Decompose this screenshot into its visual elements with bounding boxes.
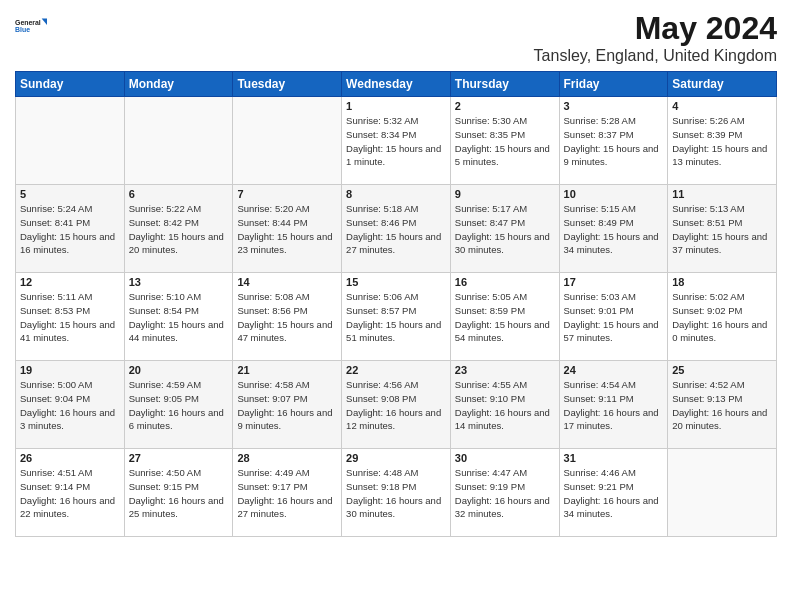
day-number: 7 — [237, 188, 337, 200]
day-number: 14 — [237, 276, 337, 288]
day-detail: Sunrise: 4:51 AMSunset: 9:14 PMDaylight:… — [20, 466, 120, 521]
calendar-day-cell: 29 Sunrise: 4:48 AMSunset: 9:18 PMDaylig… — [342, 449, 451, 537]
calendar-header-cell: Thursday — [450, 72, 559, 97]
calendar-day-cell: 10 Sunrise: 5:15 AMSunset: 8:49 PMDaylig… — [559, 185, 668, 273]
calendar-day-cell: 26 Sunrise: 4:51 AMSunset: 9:14 PMDaylig… — [16, 449, 125, 537]
calendar-day-cell: 27 Sunrise: 4:50 AMSunset: 9:15 PMDaylig… — [124, 449, 233, 537]
day-number: 20 — [129, 364, 229, 376]
day-number: 2 — [455, 100, 555, 112]
calendar-day-cell: 31 Sunrise: 4:46 AMSunset: 9:21 PMDaylig… — [559, 449, 668, 537]
calendar-body: 1 Sunrise: 5:32 AMSunset: 8:34 PMDayligh… — [16, 97, 777, 537]
calendar-header-cell: Friday — [559, 72, 668, 97]
day-number: 28 — [237, 452, 337, 464]
calendar-day-cell: 12 Sunrise: 5:11 AMSunset: 8:53 PMDaylig… — [16, 273, 125, 361]
svg-text:Blue: Blue — [15, 26, 30, 33]
day-number: 15 — [346, 276, 446, 288]
day-detail: Sunrise: 5:05 AMSunset: 8:59 PMDaylight:… — [455, 290, 555, 345]
calendar-day-cell: 16 Sunrise: 5:05 AMSunset: 8:59 PMDaylig… — [450, 273, 559, 361]
day-number: 10 — [564, 188, 664, 200]
calendar-header-cell: Wednesday — [342, 72, 451, 97]
calendar-day-cell: 30 Sunrise: 4:47 AMSunset: 9:19 PMDaylig… — [450, 449, 559, 537]
calendar-day-cell: 6 Sunrise: 5:22 AMSunset: 8:42 PMDayligh… — [124, 185, 233, 273]
calendar-day-cell: 24 Sunrise: 4:54 AMSunset: 9:11 PMDaylig… — [559, 361, 668, 449]
title-area: May 2024 Tansley, England, United Kingdo… — [534, 10, 777, 65]
calendar-week-row: 5 Sunrise: 5:24 AMSunset: 8:41 PMDayligh… — [16, 185, 777, 273]
day-number: 9 — [455, 188, 555, 200]
day-detail: Sunrise: 5:11 AMSunset: 8:53 PMDaylight:… — [20, 290, 120, 345]
day-number: 17 — [564, 276, 664, 288]
calendar-day-cell — [124, 97, 233, 185]
day-detail: Sunrise: 5:18 AMSunset: 8:46 PMDaylight:… — [346, 202, 446, 257]
calendar-day-cell: 14 Sunrise: 5:08 AMSunset: 8:56 PMDaylig… — [233, 273, 342, 361]
day-number: 23 — [455, 364, 555, 376]
svg-text:General: General — [15, 19, 41, 26]
calendar-day-cell: 18 Sunrise: 5:02 AMSunset: 9:02 PMDaylig… — [668, 273, 777, 361]
day-detail: Sunrise: 4:48 AMSunset: 9:18 PMDaylight:… — [346, 466, 446, 521]
calendar-header-cell: Sunday — [16, 72, 125, 97]
header: General Blue May 2024 Tansley, England, … — [15, 10, 777, 65]
day-detail: Sunrise: 5:20 AMSunset: 8:44 PMDaylight:… — [237, 202, 337, 257]
calendar-day-cell: 13 Sunrise: 5:10 AMSunset: 8:54 PMDaylig… — [124, 273, 233, 361]
day-number: 13 — [129, 276, 229, 288]
calendar-header-cell: Monday — [124, 72, 233, 97]
calendar-day-cell: 4 Sunrise: 5:26 AMSunset: 8:39 PMDayligh… — [668, 97, 777, 185]
calendar-day-cell: 8 Sunrise: 5:18 AMSunset: 8:46 PMDayligh… — [342, 185, 451, 273]
calendar-day-cell: 2 Sunrise: 5:30 AMSunset: 8:35 PMDayligh… — [450, 97, 559, 185]
day-number: 18 — [672, 276, 772, 288]
calendar-week-row: 26 Sunrise: 4:51 AMSunset: 9:14 PMDaylig… — [16, 449, 777, 537]
calendar-day-cell: 7 Sunrise: 5:20 AMSunset: 8:44 PMDayligh… — [233, 185, 342, 273]
calendar-day-cell — [668, 449, 777, 537]
day-number: 16 — [455, 276, 555, 288]
day-number: 6 — [129, 188, 229, 200]
calendar-header-cell: Saturday — [668, 72, 777, 97]
day-number: 12 — [20, 276, 120, 288]
calendar-day-cell: 15 Sunrise: 5:06 AMSunset: 8:57 PMDaylig… — [342, 273, 451, 361]
calendar-day-cell: 21 Sunrise: 4:58 AMSunset: 9:07 PMDaylig… — [233, 361, 342, 449]
day-detail: Sunrise: 4:56 AMSunset: 9:08 PMDaylight:… — [346, 378, 446, 433]
day-detail: Sunrise: 4:49 AMSunset: 9:17 PMDaylight:… — [237, 466, 337, 521]
calendar-day-cell: 23 Sunrise: 4:55 AMSunset: 9:10 PMDaylig… — [450, 361, 559, 449]
calendar-day-cell: 25 Sunrise: 4:52 AMSunset: 9:13 PMDaylig… — [668, 361, 777, 449]
day-detail: Sunrise: 4:47 AMSunset: 9:19 PMDaylight:… — [455, 466, 555, 521]
day-number: 1 — [346, 100, 446, 112]
calendar-day-cell: 11 Sunrise: 5:13 AMSunset: 8:51 PMDaylig… — [668, 185, 777, 273]
day-number: 22 — [346, 364, 446, 376]
location-title: Tansley, England, United Kingdom — [534, 47, 777, 65]
day-number: 11 — [672, 188, 772, 200]
logo-svg: General Blue — [15, 10, 47, 42]
day-detail: Sunrise: 5:02 AMSunset: 9:02 PMDaylight:… — [672, 290, 772, 345]
day-detail: Sunrise: 5:30 AMSunset: 8:35 PMDaylight:… — [455, 114, 555, 169]
calendar-week-row: 1 Sunrise: 5:32 AMSunset: 8:34 PMDayligh… — [16, 97, 777, 185]
calendar-day-cell: 28 Sunrise: 4:49 AMSunset: 9:17 PMDaylig… — [233, 449, 342, 537]
day-number: 5 — [20, 188, 120, 200]
calendar-week-row: 12 Sunrise: 5:11 AMSunset: 8:53 PMDaylig… — [16, 273, 777, 361]
day-number: 3 — [564, 100, 664, 112]
calendar-day-cell — [16, 97, 125, 185]
day-detail: Sunrise: 5:00 AMSunset: 9:04 PMDaylight:… — [20, 378, 120, 433]
day-detail: Sunrise: 5:06 AMSunset: 8:57 PMDaylight:… — [346, 290, 446, 345]
day-detail: Sunrise: 4:59 AMSunset: 9:05 PMDaylight:… — [129, 378, 229, 433]
day-detail: Sunrise: 5:03 AMSunset: 9:01 PMDaylight:… — [564, 290, 664, 345]
calendar-day-cell: 17 Sunrise: 5:03 AMSunset: 9:01 PMDaylig… — [559, 273, 668, 361]
day-detail: Sunrise: 5:24 AMSunset: 8:41 PMDaylight:… — [20, 202, 120, 257]
day-number: 26 — [20, 452, 120, 464]
day-number: 24 — [564, 364, 664, 376]
calendar-day-cell: 20 Sunrise: 4:59 AMSunset: 9:05 PMDaylig… — [124, 361, 233, 449]
calendar-day-cell: 19 Sunrise: 5:00 AMSunset: 9:04 PMDaylig… — [16, 361, 125, 449]
calendar-day-cell — [233, 97, 342, 185]
day-detail: Sunrise: 5:17 AMSunset: 8:47 PMDaylight:… — [455, 202, 555, 257]
logo: General Blue — [15, 10, 47, 42]
day-detail: Sunrise: 4:46 AMSunset: 9:21 PMDaylight:… — [564, 466, 664, 521]
calendar-table: SundayMondayTuesdayWednesdayThursdayFrid… — [15, 71, 777, 537]
day-number: 21 — [237, 364, 337, 376]
day-detail: Sunrise: 5:15 AMSunset: 8:49 PMDaylight:… — [564, 202, 664, 257]
calendar-day-cell: 1 Sunrise: 5:32 AMSunset: 8:34 PMDayligh… — [342, 97, 451, 185]
day-detail: Sunrise: 5:13 AMSunset: 8:51 PMDaylight:… — [672, 202, 772, 257]
month-title: May 2024 — [534, 10, 777, 47]
day-number: 8 — [346, 188, 446, 200]
day-detail: Sunrise: 4:58 AMSunset: 9:07 PMDaylight:… — [237, 378, 337, 433]
day-detail: Sunrise: 5:10 AMSunset: 8:54 PMDaylight:… — [129, 290, 229, 345]
day-detail: Sunrise: 5:08 AMSunset: 8:56 PMDaylight:… — [237, 290, 337, 345]
day-detail: Sunrise: 4:54 AMSunset: 9:11 PMDaylight:… — [564, 378, 664, 433]
calendar-day-cell: 5 Sunrise: 5:24 AMSunset: 8:41 PMDayligh… — [16, 185, 125, 273]
